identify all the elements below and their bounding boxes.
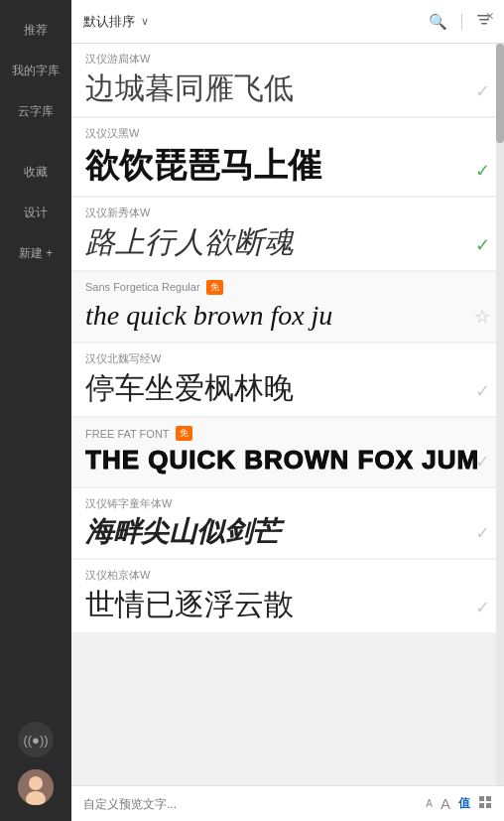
signal-icon-button[interactable]: ((●)) xyxy=(18,722,54,757)
font-preview: 欲饮琵琶马上催 xyxy=(85,145,490,186)
sidebar-item-label: 我的字库 xyxy=(12,63,60,79)
svg-rect-7 xyxy=(486,796,491,801)
sidebar-item-label: 设计 xyxy=(24,205,48,221)
svg-rect-9 xyxy=(486,803,491,808)
custom-text-input[interactable] xyxy=(83,797,418,811)
sort-label: 默认排序 xyxy=(83,13,135,31)
free-badge: 免 xyxy=(206,280,223,295)
font-list[interactable]: 汉仪游扃体W 边城暮同雁飞低 ✓ 汉仪汉黑W 欲饮琵琶马上催 ✓ 汉仪新秀体W … xyxy=(71,44,504,785)
sidebar: 推荐 我的字库 云字库 收藏 设计 新建 + ((●)) xyxy=(0,0,71,821)
star-icon: ☆ xyxy=(474,306,490,328)
font-item[interactable]: 汉仪铸字童年体W 海畔尖山似剑芒 ✓ xyxy=(71,488,504,559)
font-name: 汉仪北魏写经W xyxy=(85,351,490,366)
main-area: × 默认排序 ∨ 🔍 汉仪游扃体W 边城暮同雁飞低 ✓ xyxy=(71,0,504,821)
svg-rect-8 xyxy=(479,803,484,808)
check-icon: ✓ xyxy=(475,451,490,473)
font-name: 汉仪游扃体W xyxy=(85,52,490,67)
font-name: 汉仪汉黑W xyxy=(85,126,490,141)
avatar[interactable] xyxy=(18,769,54,805)
sidebar-item-recommend[interactable]: 推荐 xyxy=(12,10,60,51)
sidebar-item-new[interactable]: 新建 + xyxy=(12,233,60,274)
header: 默认排序 ∨ 🔍 xyxy=(71,0,504,44)
font-item[interactable]: 汉仪柏京体W 世情已逐浮云散 ✓ xyxy=(71,560,504,632)
font-name: 汉仪柏京体W xyxy=(85,568,490,583)
font-item[interactable]: FREE FAT FONT 免 THE QUICK BROWN FOX JUM … xyxy=(71,418,504,485)
font-preview: 路上行人欲断魂 xyxy=(85,224,490,260)
sidebar-item-design[interactable]: 设计 xyxy=(12,193,60,233)
font-item[interactable]: 汉仪汉黑W 欲饮琵琶马上催 ✓ xyxy=(71,118,504,196)
font-preview: 世情已逐浮云散 xyxy=(85,587,490,622)
avatar-image xyxy=(18,769,54,805)
sidebar-bottom: ((●)) xyxy=(0,722,71,821)
check-icon: ✓ xyxy=(475,80,490,102)
font-name: Sans Forgetica Regular 免 xyxy=(85,280,490,295)
font-item[interactable]: 汉仪新秀体W 路上行人欲断魂 ✓ xyxy=(71,198,504,270)
check-icon: ✓ xyxy=(475,160,490,182)
font-preview: THE QUICK BROWN FOX JUM xyxy=(85,445,490,476)
font-item[interactable]: Sans Forgetica Regular 免 the quick brown… xyxy=(71,272,504,342)
font-size-large-icon[interactable]: A xyxy=(441,795,450,812)
font-size-small-icon[interactable]: A xyxy=(426,798,433,809)
font-preview: the quick brown fox ju xyxy=(85,299,490,333)
sort-selector[interactable]: 默认排序 ∨ xyxy=(83,13,421,31)
sidebar-item-label: 新建 + xyxy=(19,245,53,262)
font-name: FREE FAT FONT 免 xyxy=(85,426,490,441)
font-preview: 海畔尖山似剑芒 xyxy=(85,515,490,549)
list-bottom-spacer xyxy=(71,634,504,642)
check-icon: ✓ xyxy=(475,522,490,544)
bottom-right-icons: A A 值 xyxy=(426,795,492,812)
check-icon: ✓ xyxy=(475,380,490,402)
sidebar-item-cloud-fonts[interactable]: 云字库 xyxy=(12,91,60,132)
check-icon: ✓ xyxy=(475,234,490,256)
bottom-bar: A A 值 xyxy=(71,785,504,821)
svg-point-1 xyxy=(29,776,43,790)
search-icon[interactable]: 🔍 xyxy=(429,13,447,31)
signal-icon: ((●)) xyxy=(23,733,48,748)
sidebar-top: 推荐 我的字库 云字库 收藏 设计 新建 + xyxy=(12,10,60,274)
svg-rect-6 xyxy=(479,796,484,801)
header-divider xyxy=(461,14,462,30)
sidebar-item-label: 推荐 xyxy=(24,22,48,39)
sidebar-item-favorites[interactable]: 收藏 xyxy=(12,152,60,193)
close-button[interactable]: × xyxy=(486,8,494,24)
waterfall-icon[interactable]: 值 xyxy=(458,795,470,812)
header-icons: 🔍 xyxy=(429,12,492,31)
font-item[interactable]: 汉仪游扃体W 边城暮同雁飞低 ✓ xyxy=(71,44,504,116)
sidebar-item-label: 云字库 xyxy=(18,103,54,120)
sort-arrow-icon: ∨ xyxy=(141,15,149,28)
font-name: 汉仪铸字童年体W xyxy=(85,496,490,511)
check-icon: ✓ xyxy=(475,597,490,618)
font-preview: 边城暮同雁飞低 xyxy=(85,70,490,106)
font-name: 汉仪新秀体W xyxy=(85,205,490,220)
font-item[interactable]: 汉仪北魏写经W 停车坐爱枫林晚 ✓ xyxy=(71,343,504,416)
sidebar-item-label: 收藏 xyxy=(24,164,48,181)
free-badge: 免 xyxy=(176,426,192,441)
sidebar-item-my-fonts[interactable]: 我的字库 xyxy=(12,51,60,91)
font-preview: 停车坐爱枫林晚 xyxy=(85,370,490,406)
layout-icon[interactable] xyxy=(478,795,492,812)
